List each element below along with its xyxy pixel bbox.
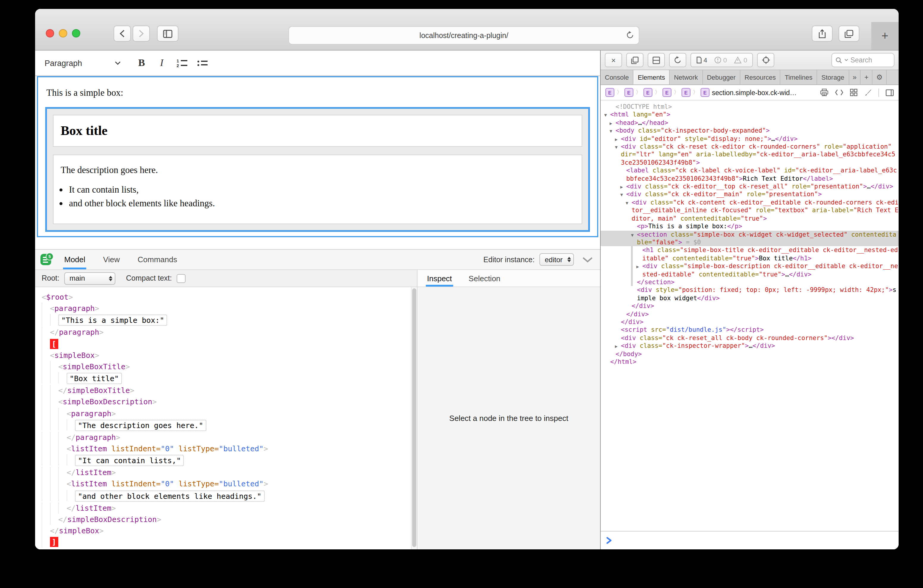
new-tab-button[interactable]: + [871,22,898,50]
model-tree-line[interactable]: <simpleBoxTitle> [42,361,409,372]
model-tree-line[interactable]: [ [42,338,409,349]
dom-tree-line[interactable]: <label class="ck ck-label ck-voice-label… [601,167,898,183]
inspector-tab-view[interactable]: View [102,250,121,269]
editor-editable-area[interactable]: This is a simple box: Box title The desc… [37,76,598,237]
minimize-window-button[interactable] [59,29,67,38]
tree-scrollbar[interactable] [411,287,417,549]
model-tree-line[interactable]: ] [42,537,409,548]
model-tree-line[interactable]: <listItem listIndent="0" listType="bulle… [42,478,409,489]
details-sidebar-icon[interactable] [885,89,894,96]
dom-tree-line[interactable]: <div style="position: fixed; top: 0px; l… [601,286,898,302]
paragraph-style-dropdown[interactable]: Paragraph [44,59,121,67]
model-tree-line[interactable]: <$root> [42,291,409,302]
dom-tree[interactable]: <!DOCTYPE html>▼<html lang="en">▶<head>…… [601,100,898,531]
dom-tree-line[interactable]: </body> [601,350,898,358]
dom-tree-line[interactable]: ▼<body class="ck-inspector-body-expanded… [601,126,898,135]
dom-tree-line[interactable]: ▶<head>…</head> [601,119,898,127]
close-devtools-button[interactable]: × [605,53,622,67]
bulleted-list-button[interactable] [192,54,212,72]
editor-instance-select[interactable]: editor [539,253,574,266]
breadcrumb-element-chip[interactable]: E [644,88,652,97]
devtools-tab-network[interactable]: Network [670,70,703,84]
dom-tree-line[interactable]: <script src="dist/bundle.js"></script> [601,326,898,334]
dom-tree-line[interactable]: </div> [601,302,898,310]
simple-box-description-field[interactable]: The description goes here. It can contai… [53,154,582,224]
model-tree[interactable]: <$root><paragraph>"This is a simple box:… [35,287,417,549]
dom-tree-line[interactable]: <!DOCTYPE html> [601,103,898,111]
dom-tree-line[interactable]: ▼<section class="simple-box ck-widget ck… [601,230,898,246]
dom-tree-line[interactable]: ▼<div class="ck ck-reset ck-editor ck-ro… [601,143,898,166]
breadcrumb-element-chip[interactable]: E [701,88,709,97]
breadcrumb-element-chip[interactable]: E [605,88,614,97]
model-tree-line[interactable]: </paragraph> [42,327,409,338]
disclosure-open-icon[interactable]: ▼ [626,199,628,207]
model-tree-line[interactable]: </simpleBox> [42,525,409,536]
italic-button[interactable]: I [152,54,172,72]
compact-text-checkbox[interactable] [177,274,186,283]
model-tree-line[interactable]: </simpleBoxDescription> [42,514,409,525]
devtools-tab-console[interactable]: Console [601,70,634,84]
tree-scrollbar-thumb[interactable] [412,288,416,547]
disclosure-open-icon[interactable]: ▼ [609,127,612,135]
disclosure-open-icon[interactable]: ▼ [631,231,634,239]
inspect-pane-tab-inspect[interactable]: Inspect [426,270,453,287]
disclosure-closed-icon[interactable]: ▶ [615,135,618,143]
close-window-button[interactable] [46,29,54,38]
dom-tree-line[interactable]: ▼<div class="ck ck-content ck-editor__ed… [601,199,898,222]
devtools-tab-debugger[interactable]: Debugger [703,70,741,84]
layout-grid-icon[interactable] [850,89,857,96]
show-source-icon[interactable] [835,89,843,96]
model-tree-line[interactable]: <simpleBoxDescription> [42,396,409,407]
dom-tree-line[interactable]: <p>This is a simple box:</p> [601,222,898,230]
root-select[interactable]: main [64,272,115,284]
model-tree-line[interactable]: </listItem> [42,502,409,513]
model-tree-line[interactable]: </simpleBoxTitle> [42,385,409,396]
model-tree-line[interactable]: <paragraph> [42,407,409,419]
more-tabs-button[interactable]: » [849,70,861,84]
disclosure-open-icon[interactable]: ▼ [604,112,607,120]
model-tree-line[interactable]: <paragraph> [42,302,409,314]
list-item[interactable]: and other block elements like headings. [69,198,575,209]
dom-tree-line[interactable]: </div> [601,310,898,318]
dom-tree-line[interactable]: ▶<div id="editor" style="display: none;"… [601,135,898,143]
dom-tree-line[interactable]: ▶<div class="ck ck-editor__top ck-reset_… [601,182,898,191]
styles-brush-icon[interactable] [864,89,872,96]
disclosure-closed-icon[interactable]: ▶ [636,263,639,271]
element-picker-button[interactable] [757,53,775,67]
tab-overview-button[interactable] [839,26,859,42]
dom-tree-line[interactable]: <h1 class="simple-box-title ck-editor__e… [601,246,898,263]
bold-button[interactable]: B [131,54,152,72]
dom-tree-line[interactable]: ▶<div class="ck-inspector-wrapper">…</di… [601,342,898,350]
description-paragraph[interactable]: The description goes here. [61,165,575,176]
reload-icon[interactable] [626,31,634,39]
dom-tree-line[interactable]: <div class="ck ck-reset_all ck-body ck-r… [601,334,898,342]
dom-tree-line[interactable]: ▼<html lang="en"> [601,111,898,119]
devtools-tab-resources[interactable]: Resources [741,70,780,84]
model-tree-line[interactable]: "It can contain lists," [42,454,409,467]
model-tree-line[interactable]: "Box title" [42,372,409,385]
breadcrumb-element-chip[interactable]: E [624,88,633,97]
back-button[interactable] [113,26,131,42]
model-tree-line[interactable]: </$root> [42,548,409,549]
dom-tree-line[interactable]: ▼<div class="ck ck-editor__main" role="p… [601,191,898,199]
intro-paragraph[interactable]: This is a simple box: [46,87,590,98]
inspect-pane-tab-selection[interactable]: Selection [468,270,502,287]
forward-button[interactable] [133,26,150,42]
model-tree-line[interactable]: "The description goes here." [42,419,409,432]
issues-summary-group[interactable]: 4 0 0 [690,53,753,67]
breadcrumb-element-chip[interactable]: E [682,88,690,97]
sidebar-toggle-button[interactable] [157,26,178,42]
quick-console[interactable] [601,531,898,549]
simple-box-widget[interactable]: Box title The description goes here. It … [45,107,590,232]
settings-gear-icon[interactable]: ⚙ [873,70,887,84]
breadcrumb-current[interactable]: section.simple-box.ck-wid… [712,89,797,96]
inspector-tab-commands[interactable]: Commands [136,250,178,269]
devtools-tab-elements[interactable]: Elements [634,70,670,84]
reload-page-button[interactable] [669,53,686,67]
url-field[interactable]: localhost/creating-a-plugin/ [288,26,639,44]
numbered-list-button[interactable]: 1 2 [172,54,192,72]
print-styles-icon[interactable] [820,89,828,96]
model-tree-line[interactable]: "This is a simple box:" [42,314,409,327]
dom-tree-line[interactable]: </html> [601,358,898,366]
model-tree-line[interactable]: </paragraph> [42,432,409,443]
